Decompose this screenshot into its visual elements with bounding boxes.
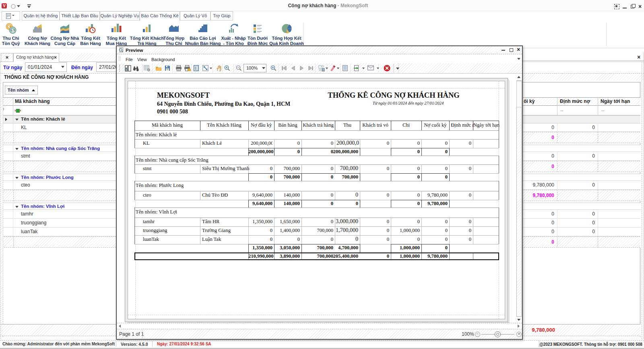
svg-text:$: $ — [11, 28, 14, 33]
